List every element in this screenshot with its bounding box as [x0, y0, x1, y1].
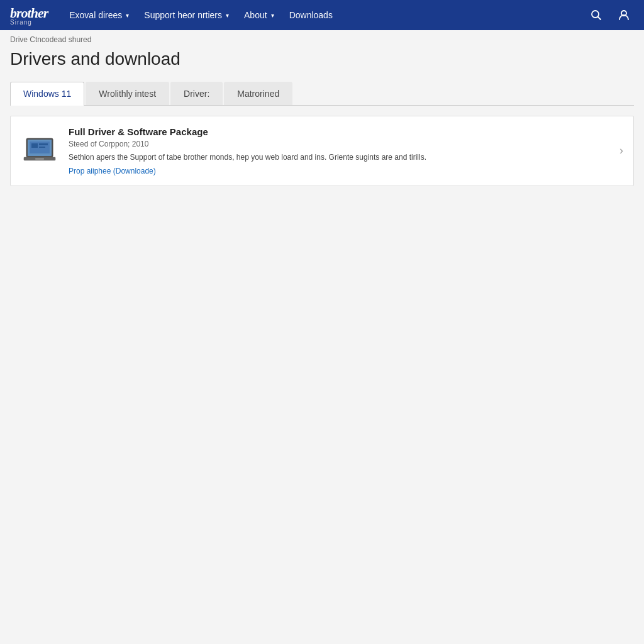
- logo-sub: Sirang: [10, 19, 32, 26]
- nav-menu: Exoval direes ▾ Support heor nrtiers ▾ A…: [63, 0, 339, 30]
- driver-info: Full Driver & Software Package Steed of …: [69, 126, 604, 175]
- driver-item[interactable]: Full Driver & Software Package Steed of …: [11, 116, 633, 186]
- tab-matrorined[interactable]: Matrorined: [224, 82, 292, 105]
- nav-item-support[interactable]: Support heor nrtiers ▾: [138, 0, 235, 30]
- page-title: Drivers and download: [10, 49, 634, 69]
- nav-item-downloads[interactable]: Downloads: [283, 0, 339, 30]
- page-content: Drivers and download Windows 11 Wrolithl…: [0, 49, 644, 201]
- svg-rect-8: [39, 147, 45, 148]
- driver-name: Full Driver & Software Package: [69, 126, 604, 137]
- svg-rect-6: [31, 143, 38, 148]
- chevron-down-icon: ▾: [271, 12, 274, 19]
- driver-download-link[interactable]: Prop aiiphee (Downloade): [69, 167, 156, 175]
- header-left: brother Sirang Exoval direes ▾ Support h…: [10, 0, 339, 30]
- header-right: [586, 5, 634, 25]
- svg-rect-7: [39, 143, 48, 145]
- driver-meta: Steed of Corppon; 2010: [69, 140, 604, 148]
- chevron-down-icon: ▾: [226, 12, 229, 19]
- user-icon[interactable]: [614, 5, 634, 25]
- chevron-right-icon: ›: [619, 144, 623, 157]
- main-header: brother Sirang Exoval direes ▾ Support h…: [0, 0, 644, 30]
- tab-driver[interactable]: Driver:: [170, 82, 223, 105]
- driver-description: Sethion apers the Support of tabe brothe…: [69, 152, 604, 163]
- tab-wrolithly[interactable]: Wrolithly intest: [86, 82, 169, 105]
- logo[interactable]: brother Sirang: [10, 5, 48, 26]
- tabs-bar: Windows 11 Wrolithly intest Driver: Matr…: [10, 82, 634, 106]
- nav-item-exoval[interactable]: Exoval direes ▾: [63, 0, 135, 30]
- search-icon[interactable]: [586, 5, 606, 25]
- tab-windows11[interactable]: Windows 11: [10, 82, 84, 106]
- svg-line-1: [598, 17, 601, 20]
- breadcrumb: Drive Ctncodead shured: [0, 30, 644, 49]
- driver-icon: [21, 135, 58, 167]
- driver-list: Full Driver & Software Package Steed of …: [10, 116, 634, 186]
- svg-rect-10: [35, 158, 44, 160]
- chevron-down-icon: ▾: [126, 12, 129, 19]
- nav-item-about[interactable]: About ▾: [238, 0, 280, 30]
